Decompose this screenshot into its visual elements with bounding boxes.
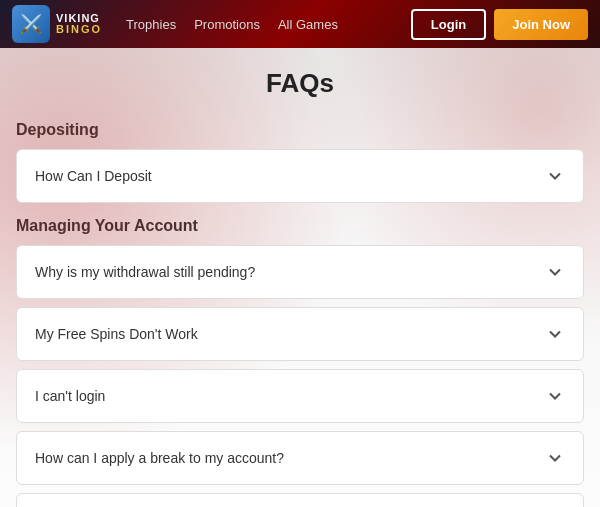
join-button[interactable]: Join Now <box>494 9 588 40</box>
faq-deposit-label: How Can I Deposit <box>35 168 152 184</box>
managing-heading: Managing Your Account <box>16 217 584 235</box>
faq-free-spins-label: My Free Spins Don't Work <box>35 326 198 342</box>
depositing-heading: Depositing <box>16 121 584 139</box>
faq-login-label: I can't login <box>35 388 105 404</box>
trophies-link[interactable]: Trophies <box>126 17 176 32</box>
logo[interactable]: ⚔️ VIKING BINGO <box>12 5 102 43</box>
all-games-link[interactable]: All Games <box>278 17 338 32</box>
viking-icon: ⚔️ <box>20 13 42 35</box>
navigation: ⚔️ VIKING BINGO Trophies Promotions All … <box>0 0 600 48</box>
logo-bottom: BINGO <box>56 24 102 35</box>
depositing-section: Depositing How Can I Deposit <box>16 121 584 203</box>
nav-links: Trophies Promotions All Games <box>126 17 395 32</box>
chevron-down-icon <box>545 448 565 468</box>
promotions-link[interactable]: Promotions <box>194 17 260 32</box>
nav-actions: Login Join Now <box>411 9 588 40</box>
chevron-down-icon <box>545 262 565 282</box>
chevron-down-icon <box>545 386 565 406</box>
chevron-down-icon <box>545 324 565 344</box>
main-content: FAQs Depositing How Can I Deposit Managi… <box>0 48 600 507</box>
chevron-down-icon <box>545 166 565 186</box>
logo-text: VIKING BINGO <box>56 13 102 35</box>
faq-deposit[interactable]: How Can I Deposit <box>16 149 584 203</box>
login-button[interactable]: Login <box>411 9 486 40</box>
managing-section: Managing Your Account Why is my withdraw… <box>16 217 584 507</box>
faq-withdrawal[interactable]: Why is my withdrawal still pending? <box>16 245 584 299</box>
faq-break-label: How can I apply a break to my account? <box>35 450 284 466</box>
page-title: FAQs <box>16 68 584 99</box>
faq-login[interactable]: I can't login <box>16 369 584 423</box>
faq-break[interactable]: How can I apply a break to my account? <box>16 431 584 485</box>
faq-free-spins[interactable]: My Free Spins Don't Work <box>16 307 584 361</box>
faq-withdrawal-label: Why is my withdrawal still pending? <box>35 264 255 280</box>
faq-self-exclusion[interactable]: How do I apply a self-exclusion? <box>16 493 584 507</box>
logo-icon: ⚔️ <box>12 5 50 43</box>
